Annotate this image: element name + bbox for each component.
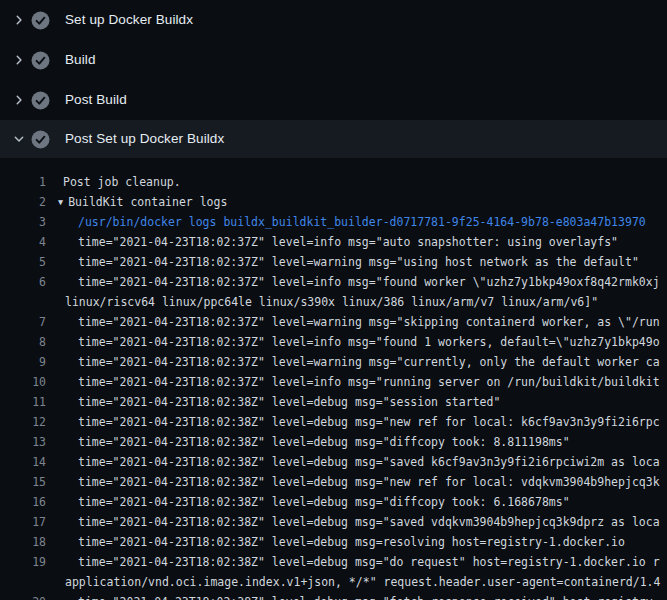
log-line-text: time="2021-04-23T18:02:38Z" level=debug … (78, 395, 500, 409)
log-line-content: ▼time="2021-04-23T18:02:38Z" level=debug… (78, 592, 660, 600)
step-label: Post Build (65, 91, 127, 109)
step-label: Build (65, 51, 96, 69)
log-line-content: ▼BuildKit container logs (58, 192, 227, 212)
log-line-text: /usr/bin/docker logs buildx_buildkit_bui… (78, 215, 646, 229)
log-line-content: ▼time="2021-04-23T18:02:37Z" level=warni… (78, 312, 660, 332)
log-line-text: Post job cleanup. (63, 175, 181, 189)
log-line: 13 ▼time="2021-04-23T18:02:38Z" level=de… (0, 432, 667, 452)
triangle-down-icon: ▼ (58, 192, 63, 212)
log-line-content: ▼time="2021-04-23T18:02:38Z" level=debug… (78, 432, 570, 452)
check-circle-icon (31, 130, 50, 149)
log-line-content: ▼time="2021-04-23T18:02:38Z" level=debug… (78, 552, 660, 572)
log-line-content: ▼time="2021-04-23T18:02:37Z" level=warni… (78, 252, 639, 272)
log-line: 15 ▼time="2021-04-23T18:02:38Z" level=de… (0, 472, 667, 492)
line-number[interactable]: 11 (0, 392, 46, 412)
log-line-content: ▼time="2021-04-23T18:02:38Z" level=debug… (78, 412, 660, 432)
log-line-text: time="2021-04-23T18:02:38Z" level=debug … (78, 495, 570, 509)
check-circle-icon (31, 91, 50, 110)
line-number[interactable]: 4 (0, 232, 46, 252)
log-line-content: ▼application/vnd.oci.image.index.v1+json… (65, 572, 660, 592)
check-circle-icon (31, 51, 50, 70)
log-line-text: time="2021-04-23T18:02:37Z" level=info m… (78, 275, 660, 289)
line-number[interactable]: 10 (0, 372, 46, 392)
log-line-content: ▼Post job cleanup. (63, 172, 181, 192)
log-line: 10 ▼time="2021-04-23T18:02:37Z" level=in… (0, 372, 667, 392)
log-line-content: ▼time="2021-04-23T18:02:38Z" level=debug… (78, 452, 660, 472)
line-number[interactable]: 15 (0, 472, 46, 492)
step-row[interactable]: Set up Docker Buildx (0, 0, 667, 40)
log-line-text: time="2021-04-23T18:02:37Z" level=info m… (78, 235, 618, 249)
line-number[interactable]: 17 (0, 512, 46, 532)
log-line: 16 ▼time="2021-04-23T18:02:38Z" level=de… (0, 492, 667, 512)
log-line[interactable]: 2 ▼BuildKit container logs (0, 192, 667, 212)
log-line-content: ▼time="2021-04-23T18:02:37Z" level=info … (78, 332, 660, 352)
log-line: 6 ▼time="2021-04-23T18:02:37Z" level=inf… (0, 272, 667, 292)
line-number[interactable]: 1 (0, 172, 46, 192)
log-line-text: time="2021-04-23T18:02:38Z" level=debug … (78, 415, 660, 429)
line-number[interactable] (0, 572, 46, 592)
log-line-text: time="2021-04-23T18:02:38Z" level=debug … (78, 595, 660, 600)
log-line: 11 ▼time="2021-04-23T18:02:38Z" level=de… (0, 392, 667, 412)
check-circle-icon (31, 11, 50, 30)
log-line: 14 ▼time="2021-04-23T18:02:38Z" level=de… (0, 452, 667, 472)
log-line-text: time="2021-04-23T18:02:37Z" level=info m… (78, 375, 660, 389)
line-number[interactable]: 5 (0, 252, 46, 272)
step-row[interactable]: Post Build (0, 80, 667, 120)
log-line-text: time="2021-04-23T18:02:38Z" level=debug … (78, 435, 570, 449)
line-number[interactable]: 8 (0, 332, 46, 352)
line-number[interactable]: 3 (0, 212, 46, 232)
line-number[interactable]: 18 (0, 532, 46, 552)
log-line: ▼application/vnd.oci.image.index.v1+json… (0, 572, 667, 592)
line-number[interactable]: 9 (0, 352, 46, 372)
line-number[interactable]: 6 (0, 272, 46, 292)
log-line-text: time="2021-04-23T18:02:38Z" level=debug … (78, 535, 625, 549)
log-line-content: ▼time="2021-04-23T18:02:37Z" level=warni… (78, 352, 660, 372)
chevron-right-icon[interactable] (11, 12, 27, 28)
step-row[interactable]: Post Set up Docker Buildx (0, 120, 667, 158)
line-number[interactable]: 7 (0, 312, 46, 332)
step-row[interactable]: Build (0, 40, 667, 80)
line-number[interactable]: 20 (0, 592, 46, 600)
log-line: 1 ▼Post job cleanup. (0, 172, 667, 192)
step-label: Set up Docker Buildx (65, 11, 193, 29)
log-line-content: ▼time="2021-04-23T18:02:37Z" level=info … (78, 232, 618, 252)
log-line-content: ▼/usr/bin/docker logs buildx_buildkit_bu… (78, 212, 646, 232)
log-line: ▼linux/riscv64 linux/ppc64le linux/s390x… (0, 292, 667, 312)
log-line-text: time="2021-04-23T18:02:38Z" level=debug … (78, 455, 660, 469)
log-line-text: time="2021-04-23T18:02:37Z" level=warnin… (78, 355, 660, 369)
log-line: 3 ▼/usr/bin/docker logs buildx_buildkit_… (0, 212, 667, 232)
line-number[interactable] (0, 292, 46, 312)
log-line-text: time="2021-04-23T18:02:38Z" level=debug … (78, 555, 660, 569)
log-line-content: ▼time="2021-04-23T18:02:38Z" level=debug… (78, 532, 625, 552)
log-line: 17 ▼time="2021-04-23T18:02:38Z" level=de… (0, 512, 667, 532)
line-number[interactable]: 16 (0, 492, 46, 512)
log-line: 8 ▼time="2021-04-23T18:02:37Z" level=inf… (0, 332, 667, 352)
line-number[interactable]: 2 (0, 192, 46, 212)
log-line-text: application/vnd.oci.image.index.v1+json,… (65, 575, 660, 589)
line-number[interactable]: 13 (0, 432, 46, 452)
chevron-right-icon[interactable] (11, 92, 27, 108)
log-line-content: ▼linux/riscv64 linux/ppc64le linux/s390x… (65, 292, 598, 312)
steps-list: Set up Docker Buildx Build (0, 0, 667, 158)
log-line: 19 ▼time="2021-04-23T18:02:38Z" level=de… (0, 552, 667, 572)
log-line-text: BuildKit container logs (68, 195, 227, 209)
log-line-text: time="2021-04-23T18:02:37Z" level=info m… (78, 335, 660, 349)
log-line: 5 ▼time="2021-04-23T18:02:37Z" level=war… (0, 252, 667, 272)
line-number[interactable]: 19 (0, 552, 46, 572)
log-line-text: linux/riscv64 linux/ppc64le linux/s390x … (65, 295, 598, 309)
log-line-content: ▼time="2021-04-23T18:02:37Z" level=info … (78, 372, 660, 392)
log-line-content: ▼time="2021-04-23T18:02:38Z" level=debug… (78, 472, 660, 492)
log-line-content: ▼time="2021-04-23T18:02:38Z" level=debug… (78, 492, 570, 512)
log-line: 12 ▼time="2021-04-23T18:02:38Z" level=de… (0, 412, 667, 432)
line-number[interactable]: 14 (0, 452, 46, 472)
line-number[interactable]: 12 (0, 412, 46, 432)
log-line-content: ▼time="2021-04-23T18:02:37Z" level=info … (78, 272, 660, 292)
log-line: 7 ▼time="2021-04-23T18:02:37Z" level=war… (0, 312, 667, 332)
log-line-content: ▼time="2021-04-23T18:02:38Z" level=debug… (78, 512, 660, 532)
log-line-text: time="2021-04-23T18:02:37Z" level=warnin… (78, 315, 660, 329)
chevron-down-icon[interactable] (11, 131, 27, 147)
actions-log-viewer: Set up Docker Buildx Build (0, 0, 667, 600)
chevron-right-icon[interactable] (11, 52, 27, 68)
step-label: Post Set up Docker Buildx (65, 130, 224, 148)
log-line: 20 ▼time="2021-04-23T18:02:38Z" level=de… (0, 592, 667, 600)
